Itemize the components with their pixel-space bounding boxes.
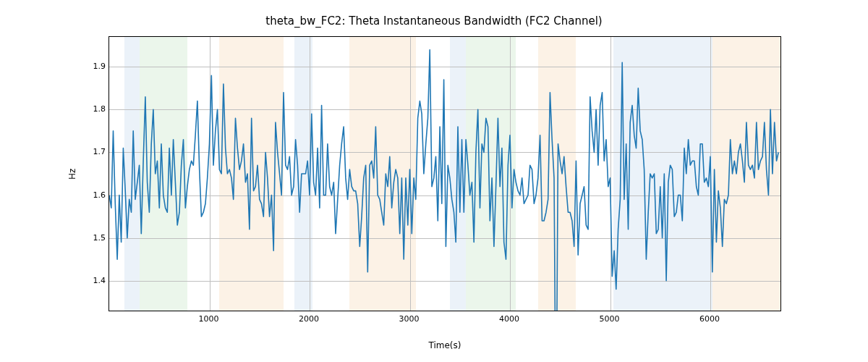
x-tick-label: 4000: [499, 314, 519, 324]
y-tick-label: 1.8: [85, 104, 106, 114]
x-tick-label: 3000: [399, 314, 420, 324]
x-tick-label: 1000: [199, 314, 219, 324]
y-tick-label: 1.5: [85, 232, 106, 242]
data-series-line: [109, 37, 780, 311]
y-tick-label: 1.7: [85, 147, 106, 156]
y-tick-label: 1.6: [85, 190, 106, 199]
x-tick-label: 6000: [699, 314, 720, 324]
figure: theta_bw_FC2: Theta Instantaneous Bandwi…: [0, 0, 868, 362]
y-tick-label: 1.4: [85, 275, 106, 285]
x-tick-label: 2000: [299, 314, 319, 324]
plot-area: [109, 36, 781, 311]
y-axis-label: Hz: [65, 36, 80, 311]
x-axis-label: Time(s): [109, 340, 781, 350]
x-tick-label: 5000: [600, 314, 620, 324]
chart-title: theta_bw_FC2: Theta Instantaneous Bandwi…: [0, 14, 868, 28]
y-tick-label: 1.9: [85, 62, 106, 71]
